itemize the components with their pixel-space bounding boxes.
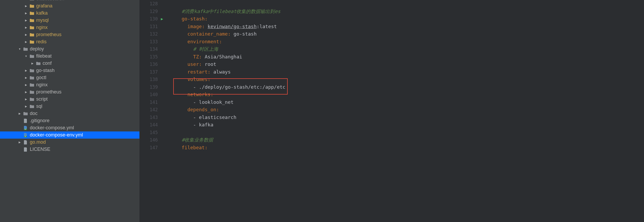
tree-item-grafana[interactable]: ▶grafana — [0, 2, 139, 10]
tree-item-go-mod[interactable]: ▶go.mod — [0, 139, 139, 146]
folder-icon — [23, 47, 28, 51]
code-token: - — [193, 114, 199, 120]
folder-icon — [29, 90, 35, 94]
tree-item-license[interactable]: LICENSE — [0, 146, 139, 153]
chevron-right-icon[interactable]: ▶ — [24, 40, 28, 43]
code-line[interactable]: go-stash: — [173, 15, 644, 23]
folder-icon — [29, 54, 35, 58]
tree-item-prometheus[interactable]: ▶prometheus — [0, 88, 139, 96]
code-line[interactable]: - kafka — [173, 121, 644, 129]
code-line[interactable]: - ./deploy/go-stash/etc:/app/etc — [173, 83, 644, 91]
code-line[interactable] — [173, 0, 644, 8]
code-token: - — [193, 84, 199, 90]
line-number-gutter: 128129130▶131132133134135136137138139140… — [140, 0, 164, 222]
code-line[interactable]: filebeat: — [173, 144, 644, 152]
folder-ex-icon — [29, 0, 35, 1]
tree-item-conf[interactable]: ▶conf — [0, 60, 139, 67]
code-token — [173, 76, 187, 82]
code-token: TZ — [193, 54, 199, 59]
code-token — [173, 145, 182, 150]
code-line[interactable]: container_name: go-stash — [173, 30, 644, 38]
code-token: image — [187, 24, 202, 29]
tree-item-filebeat[interactable]: ▼filebeat — [0, 53, 139, 60]
code-editor[interactable]: 128129130▶131132133134135136137138139140… — [140, 0, 644, 222]
chevron-right-icon[interactable]: ▶ — [31, 62, 34, 65]
code-area[interactable]: #消费kafka中filebeat收集的数据输出到es go-stash: im… — [164, 0, 644, 222]
chevron-right-icon[interactable]: ▶ — [24, 105, 28, 108]
code-line[interactable]: TZ: Asia/Shanghai — [173, 53, 644, 61]
code-line[interactable]: - looklook_net — [173, 99, 644, 106]
chevron-right-icon[interactable]: ▶ — [24, 76, 28, 79]
tree-item-script[interactable]: ▶script — [0, 96, 139, 103]
code-line[interactable]: #收集业务数据 — [173, 136, 644, 144]
tree-item-nginx[interactable]: ▶nginx — [0, 81, 139, 88]
code-line[interactable]: restart: always — [173, 68, 644, 76]
code-token: : — [202, 24, 208, 29]
chevron-right-icon[interactable]: ▶ — [24, 83, 28, 86]
tree-item-kafka[interactable]: ▶kafka — [0, 10, 139, 17]
line-number: 138 — [140, 76, 158, 83]
code-token: always — [213, 69, 231, 75]
tree-item-sql[interactable]: ▶sql — [0, 103, 139, 110]
line-number: 137 — [140, 68, 158, 76]
run-gutter-icon[interactable]: ▶ — [161, 15, 163, 23]
code-token — [173, 39, 187, 44]
tree-item-go-stash[interactable]: ▶go-stash — [0, 67, 139, 74]
code-line[interactable]: networks: — [173, 91, 644, 99]
tree-item--gitignore[interactable]: .gitignore — [0, 117, 139, 124]
tree-item-docker-compose-yml[interactable]: DCdocker-compose.yml — [0, 124, 139, 131]
code-line[interactable]: user: root — [173, 61, 644, 68]
folder-brand-icon — [29, 33, 35, 37]
chevron-right-icon[interactable]: ▶ — [18, 112, 21, 115]
chevron-right-icon[interactable]: ▶ — [24, 98, 28, 101]
chevron-right-icon[interactable]: ▶ — [24, 69, 28, 72]
tree-item-label: elasticsearch — [36, 0, 64, 2]
tree-item-label: prometheus — [36, 32, 61, 37]
line-number: 147 — [140, 144, 158, 152]
project-tree[interactable]: ▶elasticsearch▶grafana▶kafka▶mysql▶nginx… — [0, 0, 140, 222]
code-line[interactable]: environment: — [173, 38, 644, 46]
code-line[interactable]: # 时区上海 — [173, 45, 644, 53]
tree-item-label: .gitignore — [30, 118, 49, 123]
chevron-right-icon[interactable]: ▶ — [24, 26, 28, 29]
tree-item-nginx[interactable]: ▶nginx — [0, 24, 139, 31]
code-line[interactable]: volumes: — [173, 76, 644, 83]
code-line[interactable]: depends_on: — [173, 106, 644, 114]
tree-item-mysql[interactable]: ▶mysql — [0, 17, 139, 24]
code-token — [173, 84, 193, 90]
code-line[interactable]: - elasticsearch — [173, 114, 644, 121]
chevron-right-icon[interactable]: ▶ — [24, 12, 28, 15]
folder-icon — [36, 62, 41, 65]
chevron-right-icon[interactable]: ▶ — [24, 19, 28, 22]
code-line[interactable]: image: kevinwan/go-stash:latest — [173, 23, 644, 31]
code-line[interactable]: #消费kafka中filebeat收集的数据输出到es — [173, 8, 644, 15]
tree-item-doc[interactable]: ▶doc — [0, 110, 139, 117]
tree-item-deploy[interactable]: ▼deploy — [0, 45, 139, 53]
chevron-right-icon[interactable]: ▶ — [24, 0, 28, 0]
svg-text:DC: DC — [24, 136, 27, 137]
line-number: 142 — [140, 106, 158, 114]
tree-item-label: goctl — [36, 75, 46, 80]
tree-item-redis[interactable]: ▶redis — [0, 38, 139, 45]
folder-brand-icon — [29, 40, 35, 44]
code-token: user — [187, 61, 199, 67]
chevron-right-icon[interactable]: ▶ — [24, 91, 28, 93]
tree-item-docker-compose-env-yml[interactable]: DCdocker-compose-env.yml — [0, 131, 139, 139]
tree-item-goctl[interactable]: ▶goctl — [0, 74, 139, 81]
chevron-right-icon[interactable]: ▶ — [24, 5, 28, 7]
line-number: 129 — [140, 8, 158, 15]
code-token: Asia/Shanghai — [205, 54, 242, 59]
code-line[interactable] — [173, 129, 644, 136]
code-token: : — [205, 16, 208, 22]
chevron-down-icon[interactable]: ▼ — [24, 55, 28, 58]
folder-brand-icon — [29, 26, 35, 29]
tree-item-label: deploy — [30, 46, 44, 52]
tree-item-elasticsearch[interactable]: ▶elasticsearch — [0, 0, 139, 2]
chevron-right-icon[interactable]: ▶ — [24, 33, 28, 36]
tree-item-label: go-stash — [36, 68, 55, 73]
tree-item-prometheus[interactable]: ▶prometheus — [0, 31, 139, 38]
chevron-down-icon[interactable]: ▼ — [18, 48, 21, 50]
chevron-right-icon[interactable]: ▶ — [18, 141, 21, 144]
tree-item-label: go.mod — [30, 139, 46, 145]
code-token — [173, 92, 187, 97]
